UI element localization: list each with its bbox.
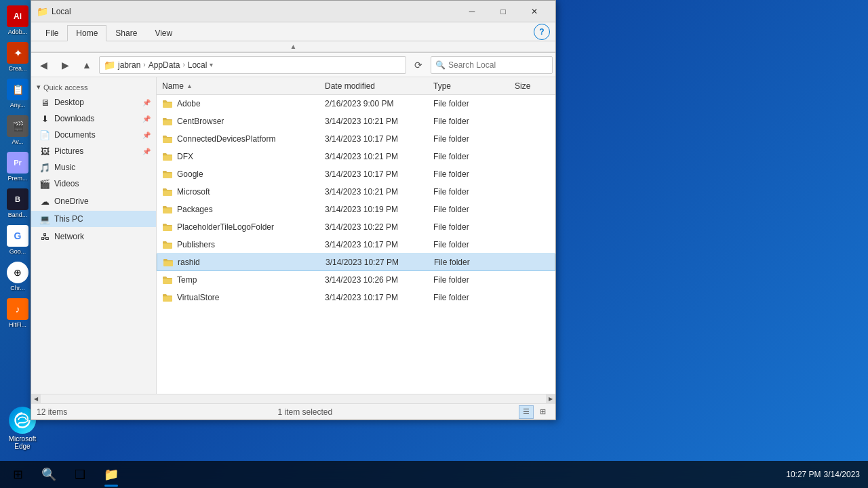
status-item-count: 12 items bbox=[37, 407, 278, 417]
file-row[interactable]: Publishers 3/14/2023 10:17 PM File folde… bbox=[157, 236, 555, 253]
file-row-date-cell: 3/14/2023 10:17 PM bbox=[325, 293, 433, 302]
tile-view-btn[interactable]: ⊞ bbox=[535, 405, 550, 419]
path-dropdown-arrow[interactable]: ▾ bbox=[210, 61, 213, 68]
sidebar-item-onedrive[interactable]: ☁ OneDrive bbox=[31, 193, 156, 209]
title-bar-controls: ─ □ ✕ bbox=[456, 1, 550, 22]
sidebar-item-desktop[interactable]: 🖥 Desktop 📌 bbox=[31, 94, 156, 110]
file-row-date-cell: 3/14/2023 10:21 PM bbox=[325, 117, 433, 126]
close-button[interactable]: ✕ bbox=[519, 1, 550, 22]
file-row[interactable]: Google 3/14/2023 10:17 PM File folder bbox=[157, 165, 555, 183]
minimize-button[interactable]: ─ bbox=[456, 1, 488, 22]
back-button[interactable]: ◀ bbox=[34, 56, 53, 75]
file-name: ConnectedDevicesPlatform bbox=[177, 134, 275, 144]
hitfilm-icon: ♪ bbox=[7, 298, 28, 320]
google-icon: G bbox=[7, 225, 28, 247]
sidebar-item-pictures[interactable]: 🖼 Pictures 📌 bbox=[31, 143, 156, 159]
col-header-type[interactable]: Type bbox=[433, 81, 515, 91]
col-header-size[interactable]: Size bbox=[515, 81, 555, 91]
chrome-icon: ⊕ bbox=[7, 262, 28, 283]
sidebar-item-downloads[interactable]: ⬇ Downloads 📌 bbox=[31, 110, 156, 127]
desktop-icon-chrome[interactable]: ⊕ Chr... bbox=[3, 259, 33, 294]
file-row[interactable]: Adobe 2/16/2023 9:00 PM File folder bbox=[157, 95, 555, 113]
desktop-icon-band[interactable]: B Band... bbox=[3, 186, 33, 221]
file-name: Microsoft bbox=[177, 187, 210, 197]
path-appdata[interactable]: AppData bbox=[149, 60, 180, 70]
desktop-icon-prem[interactable]: Pr Prem... bbox=[3, 149, 33, 184]
sidebar-item-videos[interactable]: 🎬 Videos bbox=[31, 176, 156, 192]
sidebar-item-network[interactable]: 🖧 Network bbox=[31, 228, 156, 245]
sidebar-network-section: 🖧 Network bbox=[31, 228, 156, 245]
quick-access-header[interactable]: ▾ Quick access bbox=[31, 80, 156, 94]
pictures-pin-icon: 📌 bbox=[142, 148, 151, 155]
file-row[interactable]: Microsoft 3/14/2023 10:21 PM File folder bbox=[157, 183, 555, 201]
desktop-icon-chrome-label: Chr... bbox=[10, 285, 25, 291]
sidebar-thispc-label: This PC bbox=[54, 214, 151, 224]
title-bar-title: Local bbox=[52, 7, 456, 16]
file-row-date-cell: 3/14/2023 10:22 PM bbox=[325, 222, 433, 232]
desktop-icon-create[interactable]: ✦ Crea... bbox=[3, 39, 33, 75]
taskbar-taskview-button[interactable]: ❑ bbox=[65, 461, 95, 488]
tab-home[interactable]: Home bbox=[67, 25, 106, 41]
desktop-icon-any[interactable]: 📋 Any... bbox=[3, 76, 33, 111]
file-row[interactable]: Temp 3/14/2023 10:26 PM File folder bbox=[157, 271, 555, 289]
taskbar-search-button[interactable]: 🔍 bbox=[34, 461, 64, 488]
forward-button[interactable]: ▶ bbox=[56, 56, 75, 75]
desktop-icon-hitfilm[interactable]: ♪ HitFi... bbox=[3, 296, 33, 331]
desktop-icon-av[interactable]: 🎬 Av... bbox=[3, 113, 33, 148]
file-row-name-cell: Temp bbox=[162, 274, 325, 285]
taskbar-explorer-button[interactable]: 📁 bbox=[96, 461, 126, 488]
file-row[interactable]: DFX 3/14/2023 10:21 PM File folder bbox=[157, 148, 555, 165]
hscroll-right-btn[interactable]: ▶ bbox=[546, 394, 555, 404]
file-row-date-cell: 2/16/2023 9:00 PM bbox=[325, 99, 433, 108]
desktop-icon-google[interactable]: G Goo... bbox=[3, 222, 33, 258]
refresh-button[interactable]: ⟳ bbox=[409, 56, 428, 75]
title-bar: 📁 Local ─ □ ✕ bbox=[31, 1, 555, 22]
hscroll-left-btn[interactable]: ◀ bbox=[31, 394, 41, 404]
up-button[interactable]: ▲ bbox=[77, 56, 96, 75]
folder-icon bbox=[162, 98, 173, 109]
folder-icon bbox=[162, 292, 173, 303]
file-row[interactable]: CentBrowser 3/14/2023 10:21 PM File fold… bbox=[157, 113, 555, 130]
tab-view[interactable]: View bbox=[146, 25, 181, 41]
search-box[interactable]: 🔍 bbox=[431, 56, 553, 74]
file-name: Publishers bbox=[177, 240, 215, 249]
svg-rect-5 bbox=[163, 120, 172, 121]
path-sep-1: › bbox=[143, 61, 145, 68]
quick-access-label: Quick access bbox=[43, 83, 87, 92]
sidebar-thispc-section: 💻 This PC bbox=[31, 211, 156, 227]
file-name: Packages bbox=[177, 205, 213, 214]
file-row-date-cell: 3/14/2023 10:17 PM bbox=[325, 240, 433, 249]
address-bar: ◀ ▶ ▲ 📁 jabran › AppData › Local ▾ ⟳ 🔍 bbox=[31, 53, 555, 77]
maximize-button[interactable]: □ bbox=[488, 1, 519, 22]
help-button[interactable]: ? bbox=[534, 24, 550, 40]
path-jabran[interactable]: jabran bbox=[118, 60, 140, 70]
desktop-icon-adobe[interactable]: Ai Adob... bbox=[3, 3, 33, 38]
detail-view-btn[interactable]: ☰ bbox=[519, 405, 534, 419]
file-row[interactable]: VirtualStore 3/14/2023 10:17 PM File fol… bbox=[157, 289, 555, 306]
col-header-name[interactable]: Name ▲ bbox=[162, 81, 325, 91]
file-row[interactable]: ConnectedDevicesPlatform 3/14/2023 10:17… bbox=[157, 130, 555, 148]
taskbar-start-button[interactable]: ⊞ bbox=[3, 461, 33, 488]
address-path-bar[interactable]: 📁 jabran › AppData › Local ▾ bbox=[99, 56, 406, 74]
file-row[interactable]: rashid 3/14/2023 10:27 PM File folder bbox=[157, 253, 555, 271]
svg-rect-10 bbox=[163, 208, 172, 209]
file-row[interactable]: Packages 3/14/2023 10:19 PM File folder bbox=[157, 201, 555, 218]
tab-file[interactable]: File bbox=[37, 25, 67, 41]
file-row[interactable]: PlaceholderTileLogoFolder 3/14/2023 10:2… bbox=[157, 218, 555, 236]
hscroll-track[interactable] bbox=[50, 396, 536, 403]
sidebar-item-thispc[interactable]: 💻 This PC bbox=[31, 211, 156, 227]
col-header-date[interactable]: Date modified bbox=[325, 81, 433, 91]
file-row-date-cell: 3/14/2023 10:19 PM bbox=[325, 205, 433, 214]
search-input[interactable] bbox=[448, 60, 548, 70]
path-sep-2: › bbox=[182, 61, 184, 68]
sidebar-onedrive-label: OneDrive bbox=[54, 197, 151, 206]
ms-edge-label: MicrosoftEdge bbox=[9, 435, 37, 450]
search-icon: 🔍 bbox=[435, 60, 446, 70]
sidebar-item-documents[interactable]: 📄 Documents 📌 bbox=[31, 127, 156, 143]
horizontal-scrollbar[interactable]: ◀ ▶ bbox=[31, 394, 555, 403]
ribbon-collapse-arrow[interactable]: ▲ bbox=[31, 41, 555, 52]
file-row-name-cell: VirtualStore bbox=[162, 292, 325, 303]
path-local[interactable]: Local bbox=[188, 60, 208, 70]
sidebar-item-music[interactable]: 🎵 Music bbox=[31, 159, 156, 176]
tab-share[interactable]: Share bbox=[106, 25, 146, 41]
